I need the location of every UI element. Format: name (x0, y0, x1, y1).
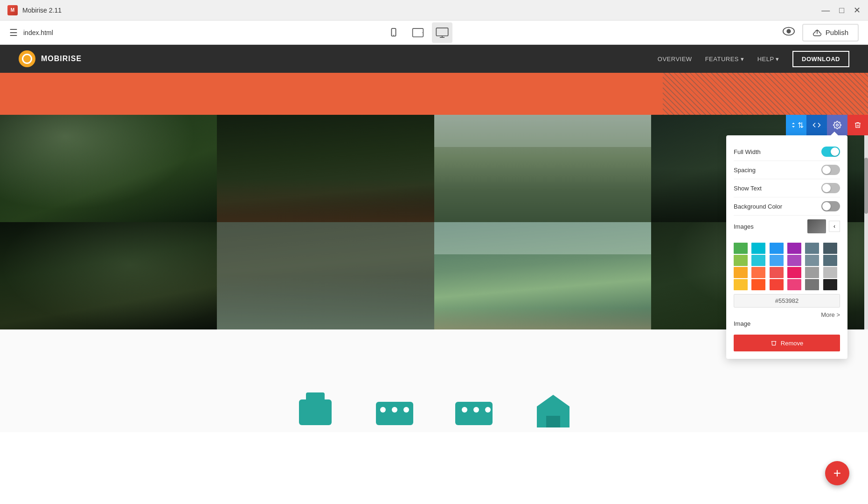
full-width-toggle[interactable] (821, 147, 840, 157)
color-swatch-lightcyan[interactable] (751, 255, 765, 266)
logo-letter: M (11, 7, 14, 13)
title-bar-left: M Mobirise 2.11 (7, 5, 62, 15)
show-text-label: Show Text (734, 185, 762, 192)
svg-point-8 (787, 29, 790, 33)
color-swatch-bluegrey4[interactable] (823, 255, 837, 266)
section-reorder-button[interactable]: ⇅ (786, 115, 806, 135)
remove-button[interactable]: Remove (734, 335, 840, 351)
show-text-toggle[interactable] (821, 183, 840, 193)
section-toolbar: ⇅ (786, 115, 868, 135)
maximize-button[interactable]: □ (839, 6, 844, 14)
color-swatch-cyan[interactable] (751, 243, 765, 254)
image-thumbnail (807, 219, 826, 233)
color-swatch-lightblue[interactable] (770, 255, 784, 266)
publish-button[interactable]: Publish (802, 24, 859, 42)
nav-download-button[interactable]: DOWNLOAD (792, 51, 849, 67)
color-swatch-grey4[interactable] (823, 279, 837, 290)
scrollbar-thumb (864, 158, 868, 214)
feature-icon-3 (453, 390, 495, 432)
spacing-toggle[interactable] (821, 165, 840, 175)
app-logo: M (7, 5, 18, 15)
code-icon (812, 121, 821, 129)
gallery-cell-5 (0, 222, 217, 329)
mobile-view-button[interactable] (383, 22, 404, 43)
color-swatch-mediumpurple[interactable] (787, 255, 801, 266)
fab-icon: + (833, 466, 841, 481)
color-swatch-grey3[interactable] (805, 279, 819, 290)
svg-rect-4 (436, 28, 448, 35)
color-swatch-pink2[interactable] (787, 279, 801, 290)
publish-label: Publish (826, 28, 848, 36)
nav-link-features[interactable]: FEATURES ▾ (705, 56, 744, 63)
gallery-cell-2 (217, 115, 434, 222)
site-logo-inner (22, 54, 32, 64)
svg-point-18 (462, 407, 467, 413)
image-prev-button[interactable]: ‹ (829, 221, 840, 232)
color-swatch-lightgreen[interactable] (734, 255, 748, 266)
device-selector (383, 22, 452, 43)
gallery-section: ⇅ (0, 115, 868, 329)
svg-rect-13 (376, 402, 413, 425)
tablet-view-button[interactable] (408, 22, 428, 43)
brand-name: MOBIRISE (41, 55, 82, 63)
minimize-button[interactable]: — (821, 6, 830, 14)
svg-rect-2 (412, 28, 423, 37)
color-swatch-grey2[interactable] (823, 267, 837, 278)
color-swatch-pink[interactable] (787, 267, 801, 278)
color-swatch-bluegrey1[interactable] (805, 243, 819, 254)
background-color-toggle[interactable] (821, 201, 840, 211)
delete-icon (854, 121, 861, 129)
desktop-view-button[interactable] (432, 22, 452, 43)
svg-point-10 (836, 124, 839, 126)
color-swatch-bluegrey3[interactable] (805, 255, 819, 266)
window-controls: — □ ✕ (821, 6, 861, 14)
image-label: Image (734, 320, 750, 327)
cloud-upload-icon (812, 28, 822, 37)
eye-icon (783, 27, 795, 36)
color-swatch-red[interactable] (770, 267, 784, 278)
show-text-knob (822, 184, 831, 192)
file-name: index.html (23, 29, 53, 36)
color-swatch-amber[interactable] (734, 267, 748, 278)
icon-item-4 (532, 390, 574, 432)
color-swatch-blue[interactable] (770, 243, 784, 254)
menu-button[interactable]: ☰ (9, 27, 18, 38)
show-text-row: Show Text (734, 179, 840, 197)
svg-point-19 (473, 407, 479, 413)
color-swatch-red2[interactable] (770, 279, 784, 290)
section-code-button[interactable] (806, 115, 827, 135)
fab-add-button[interactable]: + (825, 461, 849, 485)
color-swatch-green[interactable] (734, 243, 748, 254)
color-swatch-deeporange[interactable] (751, 267, 765, 278)
title-bar: M Mobirise 2.11 — □ ✕ (0, 0, 868, 21)
more-colors-link[interactable]: More > (734, 311, 840, 318)
background-color-knob (822, 202, 831, 210)
color-swatch-orange[interactable] (751, 279, 765, 290)
background-color-row: Background Color (734, 197, 840, 216)
nav-link-help[interactable]: HELP ▾ (757, 56, 779, 63)
section-delete-button[interactable] (847, 115, 868, 135)
scrollbar[interactable] (864, 115, 868, 329)
icon-item-2 (374, 390, 416, 432)
settings-icon (833, 121, 841, 129)
hamburger-icon: ☰ (9, 28, 18, 38)
svg-point-15 (392, 407, 397, 413)
trash-icon (771, 339, 777, 347)
color-swatch-bluegrey2[interactable] (823, 243, 837, 254)
nav-link-overview[interactable]: OVERVIEW (658, 56, 692, 63)
spacing-row: Spacing (734, 161, 840, 179)
color-swatch-grey1[interactable] (805, 267, 819, 278)
feature-icon-2 (374, 390, 416, 432)
icons-row (294, 390, 574, 432)
background-color-label: Background Color (734, 203, 782, 210)
gallery-cell-3 (434, 115, 651, 222)
svg-point-14 (380, 407, 386, 413)
gallery-cell-1 (0, 115, 217, 222)
images-section: Images ‹ (734, 216, 840, 237)
remove-label: Remove (781, 340, 803, 347)
color-swatch-purple[interactable] (787, 243, 801, 254)
close-button[interactable]: ✕ (854, 6, 861, 14)
color-swatch-yellow[interactable] (734, 279, 748, 290)
preview-button[interactable] (783, 27, 795, 39)
reorder-icon (789, 121, 798, 129)
